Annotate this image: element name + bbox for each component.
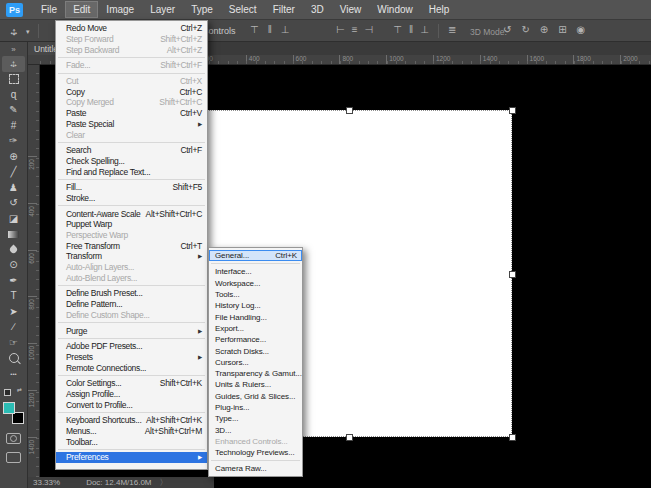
menu-item-cursors[interactable]: Cursors...: [209, 357, 302, 368]
align-left-edges-icon[interactable]: ⊢: [336, 24, 345, 35]
zoom-level-field[interactable]: 33.33%: [33, 478, 60, 487]
menubar-item-type[interactable]: Type: [183, 1, 221, 18]
menu-item-remote-connections[interactable]: Remote Connections...: [56, 362, 207, 373]
menu-item-history-log[interactable]: History Log...: [209, 300, 302, 311]
menu-item-search[interactable]: SearchCtrl+F: [56, 145, 207, 156]
clone-stamp-tool[interactable]: ♟: [2, 180, 25, 196]
blur-tool[interactable]: [2, 242, 25, 258]
history-brush-tool[interactable]: ↺: [2, 196, 25, 212]
menu-item-tools[interactable]: Tools...: [209, 289, 302, 300]
distribute-vertical-centers-icon[interactable]: ‖: [409, 24, 413, 35]
quick-selection-tool[interactable]: ✎: [2, 103, 25, 119]
menu-item-workspace[interactable]: Workspace...: [209, 278, 302, 289]
menu-item-puppet-warp[interactable]: Puppet Warp: [56, 219, 207, 230]
3d-drag-icon[interactable]: ⊕: [540, 24, 548, 35]
menu-item-performance[interactable]: Performance...: [209, 334, 302, 345]
menubar-item-3d[interactable]: 3D: [303, 1, 332, 18]
menu-item-preferences[interactable]: Preferences▶: [56, 452, 207, 463]
menu-item-export[interactable]: Export...: [209, 323, 302, 334]
toolbar-collapse-chevron-icon[interactable]: »: [0, 42, 27, 56]
quick-mask-mode-button[interactable]: [6, 433, 21, 444]
menu-item-camera-raw[interactable]: Camera Raw...: [209, 463, 302, 474]
3d-orbit-icon[interactable]: ↺: [503, 24, 511, 35]
eraser-tool[interactable]: ◪: [2, 211, 25, 227]
menu-item-menus[interactable]: Menus...Alt+Shift+Ctrl+M: [56, 426, 207, 437]
brush-tool[interactable]: ╱: [2, 165, 25, 181]
menu-item-paste-special[interactable]: Paste Special▶: [56, 119, 207, 130]
align-horizontal-centers-icon[interactable]: ≡: [352, 24, 358, 35]
line-tool[interactable]: ∕: [2, 320, 25, 336]
menu-item-color-settings[interactable]: Color Settings...Shift+Ctrl+K: [56, 378, 207, 389]
align-bottom-edges-icon[interactable]: ⊥: [281, 24, 290, 35]
menu-item-adobe-pdf-presets[interactable]: Adobe PDF Presets...: [56, 341, 207, 352]
menu-item-assign-profile[interactable]: Assign Profile...: [56, 389, 207, 400]
menu-item-scratch-disks[interactable]: Scratch Disks...: [209, 345, 302, 356]
menu-item-redo-move[interactable]: Redo MoveCtrl+Z: [56, 23, 207, 34]
lasso-tool[interactable]: ɋ: [2, 87, 25, 103]
dodge-tool[interactable]: ⊙: [2, 258, 25, 274]
distribute-spacing-icon[interactable]: ≣: [448, 24, 456, 35]
rectangular-marquee-tool[interactable]: [2, 72, 25, 88]
distribute-top-edges-icon[interactable]: ⊤: [393, 24, 402, 35]
menu-item-keyboard-shortcuts[interactable]: Keyboard Shortcuts...Alt+Shift+Ctrl+K: [56, 415, 207, 426]
type-tool[interactable]: T: [2, 289, 25, 305]
zoom-tool[interactable]: [2, 351, 25, 367]
default-colors-icon[interactable]: [4, 389, 11, 396]
transform-handle[interactable]: [346, 107, 353, 114]
menu-item-general[interactable]: General...Ctrl+K: [209, 250, 302, 261]
menubar-item-edit[interactable]: Edit: [65, 1, 98, 18]
menubar-item-filter[interactable]: Filter: [265, 1, 303, 18]
menu-item-units-rulers[interactable]: Units & Rulers...: [209, 379, 302, 390]
menu-item-define-pattern[interactable]: Define Pattern...: [56, 299, 207, 310]
align-right-edges-icon[interactable]: ⊣: [365, 24, 374, 35]
menubar-item-layer[interactable]: Layer: [142, 1, 183, 18]
edit-toolbar-button[interactable]: •••: [2, 366, 25, 382]
menu-item-fill[interactable]: Fill...Shift+F5: [56, 182, 207, 193]
menu-item-transform[interactable]: Transform▶: [56, 251, 207, 262]
distribute-bottom-edges-icon[interactable]: ⊥: [420, 24, 429, 35]
path-selection-tool[interactable]: ➤: [2, 304, 25, 320]
menu-item-technology-previews[interactable]: Technology Previews...: [209, 447, 302, 458]
menu-item-convert-to-profile[interactable]: Convert to Profile...: [56, 399, 207, 410]
menu-item-stroke[interactable]: Stroke...: [56, 193, 207, 204]
3d-roll-icon[interactable]: ↻: [521, 24, 529, 35]
gradient-tool[interactable]: [2, 227, 25, 243]
menubar-item-window[interactable]: Window: [369, 1, 421, 18]
menu-item-free-transform[interactable]: Free TransformCtrl+T: [56, 240, 207, 251]
vertical-ruler[interactable]: 200400600800100012001400: [28, 65, 40, 477]
screen-mode-button[interactable]: [6, 452, 21, 463]
menu-item-define-brush-preset[interactable]: Define Brush Preset...: [56, 288, 207, 299]
status-options-arrow-icon[interactable]: 〉: [160, 477, 168, 488]
menubar-item-view[interactable]: View: [332, 1, 370, 18]
menu-item-transparency-gamut[interactable]: Transparency & Gamut...: [209, 368, 302, 379]
tool-preset-caret-icon[interactable]: ▾: [26, 28, 30, 36]
menu-item-toolbar[interactable]: Toolbar...: [56, 436, 207, 447]
menu-item-check-spelling[interactable]: Check Spelling...: [56, 156, 207, 167]
transform-handle[interactable]: [509, 434, 516, 441]
align-top-edges-icon[interactable]: ⊤: [250, 24, 259, 35]
menu-item-copy[interactable]: CopyCtrl+C: [56, 86, 207, 97]
menubar-item-select[interactable]: Select: [221, 1, 265, 18]
menu-item-find-and-replace-text[interactable]: Find and Replace Text...: [56, 166, 207, 177]
menubar-item-image[interactable]: Image: [98, 1, 142, 18]
3d-slide-icon[interactable]: ⊞: [558, 24, 566, 35]
transform-handle[interactable]: [509, 271, 516, 278]
menu-item-guides-grid-slices[interactable]: Guides, Grid & Slices...: [209, 391, 302, 402]
menubar-item-file[interactable]: File: [33, 1, 65, 18]
spot-healing-brush-tool[interactable]: ⊕: [2, 149, 25, 165]
3d-scale-icon[interactable]: ◉: [577, 24, 586, 35]
crop-tool[interactable]: #: [2, 118, 25, 134]
transform-handle[interactable]: [346, 434, 353, 441]
eyedropper-tool[interactable]: ✑: [2, 134, 25, 150]
menu-item-3d[interactable]: 3D...: [209, 424, 302, 435]
align-vertical-centers-icon[interactable]: ‖: [268, 24, 272, 35]
menu-item-paste[interactable]: PasteCtrl+V: [56, 108, 207, 119]
menubar-item-help[interactable]: Help: [421, 1, 458, 18]
menu-item-presets[interactable]: Presets▶: [56, 352, 207, 363]
menu-item-type[interactable]: Type...: [209, 413, 302, 424]
menu-item-purge[interactable]: Purge▶: [56, 325, 207, 336]
move-tool[interactable]: ↔↕: [2, 56, 25, 72]
transform-handle[interactable]: [509, 107, 516, 114]
menu-item-plug-ins[interactable]: Plug-ins...: [209, 402, 302, 413]
hand-tool[interactable]: ☞: [2, 335, 25, 351]
